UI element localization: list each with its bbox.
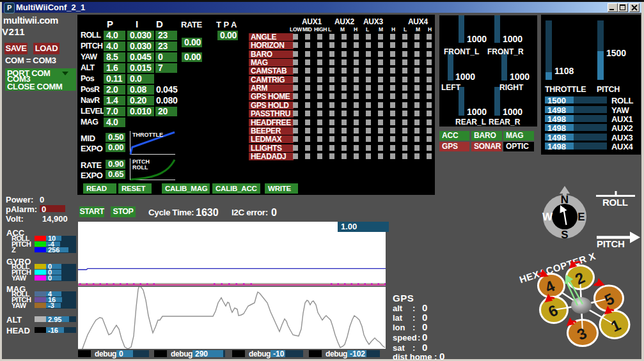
svg-text:W: W	[542, 211, 553, 223]
svg-text:E: E	[577, 211, 585, 223]
svg-text:N: N	[561, 194, 569, 206]
svg-text:S: S	[561, 229, 568, 241]
